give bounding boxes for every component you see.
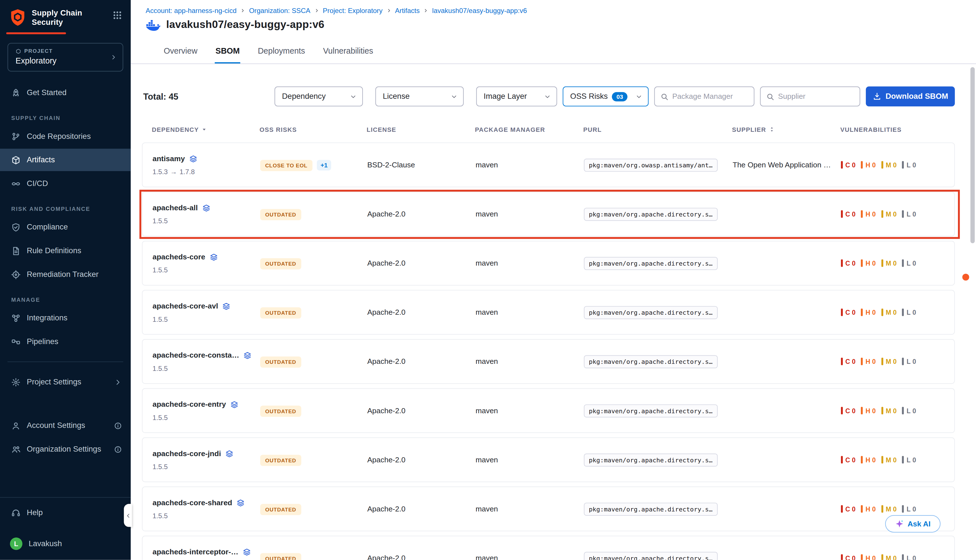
purl-value[interactable]: pkg:maven/org.apache.directory.s…	[584, 404, 717, 417]
download-sbom-button[interactable]: Download SBOM	[866, 87, 955, 107]
table-row-apacheds-core[interactable]: apacheds-core 1.5.5 OUTDATED Apache-2.0 …	[142, 241, 955, 286]
column-header-dependency[interactable]: DEPENDENCY	[152, 126, 260, 133]
table-row-apacheds-all[interactable]: apacheds-all 1.5.5 OUTDATED Apache-2.0 m…	[142, 192, 955, 237]
purl-value[interactable]: pkg:maven/org.apache.directory.s…	[584, 502, 717, 515]
sidebar: Supply Chain Security PROJECT Explorator…	[0, 0, 131, 560]
title-row: lavakush07/easy-buggy-app:v6	[146, 18, 976, 31]
sidebar-item-ci-cd[interactable]: CI/CD	[0, 172, 131, 195]
project-selector-value: Exploratory	[15, 56, 107, 65]
sbom-content: Total: 45 Dependency License Image Layer	[131, 87, 976, 560]
vuln-h-count: H0	[861, 358, 876, 365]
supplier-search-input[interactable]	[778, 92, 854, 101]
headset-icon	[11, 508, 21, 517]
user-menu[interactable]: L Lavakush	[0, 533, 131, 555]
ask-ai-button[interactable]: Ask AI	[885, 515, 941, 533]
oss-risks-cell: OUTDATED	[260, 208, 367, 220]
image-layer-filter-dropdown[interactable]: Image Layer	[476, 87, 557, 107]
version-arrow: →	[170, 168, 177, 175]
app-grid-icon[interactable]	[113, 10, 122, 20]
table-row-apacheds-interceptor[interactable]: apacheds-interceptor-… 1.5.5 OUTDATED Ap…	[142, 536, 955, 560]
vuln-c-count: C0	[841, 554, 856, 560]
vuln-m-count: M0	[881, 456, 897, 463]
sidebar-item-rule-definitions[interactable]: Rule Definitions	[0, 240, 131, 262]
purl-value[interactable]: pkg:maven/org.apache.directory.s…	[584, 207, 717, 220]
license-cell: Apache-2.0	[367, 406, 475, 415]
sidebar-collapse-handle[interactable]	[124, 504, 132, 527]
tab-vulnerabilities[interactable]: Vulnerabilities	[322, 46, 374, 63]
layers-icon	[210, 253, 218, 261]
vuln-l-count: L0	[902, 456, 916, 463]
dependency-filter-dropdown[interactable]: Dependency	[275, 87, 363, 107]
sidebar-item-project-settings[interactable]: Project Settings	[0, 371, 131, 393]
sidebar-item-artifacts[interactable]: Artifacts	[0, 149, 131, 171]
vuln-m-count: M0	[881, 358, 897, 365]
breadcrumb-link[interactable]: lavakush07/easy-buggy-app:v6	[432, 7, 527, 14]
column-header-license[interactable]: LICENSE	[367, 126, 475, 133]
dependency-cell: antisamy 1.5.3→1.7.8	[152, 154, 260, 175]
vulnerabilities-cell: C0H0M0L0	[841, 308, 954, 316]
table-row-apacheds-core-consta[interactable]: apacheds-core-consta… 1.5.5 OUTDATED Apa…	[142, 339, 955, 384]
help-button[interactable]: Help	[0, 502, 131, 524]
purl-value[interactable]: pkg:maven/org.apache.directory.s…	[584, 257, 717, 270]
purl-value[interactable]: pkg:maven/org.apache.directory.s…	[584, 355, 717, 368]
chevron-down-icon	[451, 93, 457, 100]
tab-deployments[interactable]: Deployments	[257, 46, 306, 63]
project-selector[interactable]: PROJECT Exploratory	[7, 43, 123, 72]
sidebar-item-account-settings[interactable]: Account Settings	[0, 414, 131, 437]
brand-accent-bar	[6, 32, 66, 35]
sidebar-item-organization-settings[interactable]: Organization Settings	[0, 438, 131, 460]
package-manager-cell: maven	[475, 554, 584, 560]
breadcrumb-separator-icon	[423, 8, 429, 13]
nav-section-risk-and-compliance: RISK AND COMPLIANCE	[11, 206, 131, 212]
dependency-name: apacheds-core-avl	[152, 302, 218, 310]
package-manager-search-input[interactable]	[672, 92, 749, 101]
purl-value[interactable]: pkg:maven/org.apache.directory.s…	[584, 453, 717, 466]
purl-value[interactable]: pkg:maven/org.owasp.antisamy/ant…	[584, 158, 717, 171]
sidebar-item-get-started[interactable]: Get Started	[0, 82, 131, 104]
purl-cell: pkg:maven/org.apache.directory.s…	[584, 306, 732, 319]
sidebar-item-compliance[interactable]: Compliance	[0, 216, 131, 238]
oss-risk-badge: CLOSE TO EOL	[260, 160, 312, 171]
purl-value[interactable]: pkg:maven/org.apache.directory.s…	[584, 306, 717, 319]
column-header-package-manager[interactable]: PACKAGE MANAGER	[475, 126, 584, 133]
supplier-search[interactable]	[760, 87, 860, 107]
purl-cell: pkg:maven/org.apache.directory.s…	[584, 552, 732, 560]
tab-sbom[interactable]: SBOM	[215, 46, 240, 63]
sidebar-item-code-repositories[interactable]: Code Repositories	[0, 125, 131, 147]
docker-icon	[146, 19, 161, 31]
table-row-apacheds-core-entry[interactable]: apacheds-core-entry 1.5.5 OUTDATED Apach…	[142, 388, 955, 433]
oss-risks-cell: OUTDATED	[260, 257, 367, 269]
sidebar-item-integrations[interactable]: Integrations	[0, 307, 131, 329]
chevron-left-icon	[125, 512, 131, 518]
breadcrumb-link[interactable]: Project: Exploratory	[323, 7, 383, 14]
column-header-oss-risks[interactable]: OSS RISKS	[260, 126, 367, 133]
purl-value[interactable]: pkg:maven/org.apache.directory.s…	[584, 552, 717, 560]
column-header-supplier[interactable]: SUPPLIER	[732, 126, 841, 133]
package-manager-search[interactable]	[654, 87, 754, 107]
vuln-m-count: M0	[881, 210, 897, 218]
oss-risks-filter-dropdown[interactable]: OSS Risks 03	[563, 87, 649, 107]
vuln-m-count: M0	[881, 407, 897, 414]
column-header-vulnerabilities[interactable]: VULNERABILITIES	[841, 126, 955, 133]
breadcrumb-link[interactable]: Account: app-harness-ng-cicd	[146, 7, 237, 14]
layers-icon	[237, 499, 245, 507]
scrollbar-thumb[interactable]	[970, 67, 974, 243]
column-header-purl[interactable]: PURL	[583, 126, 732, 133]
breadcrumb-link[interactable]: Organization: SSCA	[249, 7, 310, 14]
license-filter-dropdown[interactable]: License	[375, 87, 464, 107]
table-row-apacheds-core-jndi[interactable]: apacheds-core-jndi 1.5.5 OUTDATED Apache…	[142, 437, 955, 482]
sidebar-item-remediation-tracker[interactable]: Remediation Tracker	[0, 263, 131, 285]
sidebar-item-pipelines[interactable]: Pipelines	[0, 330, 131, 353]
page-title: lavakush07/easy-buggy-app:v6	[166, 18, 324, 31]
dependency-cell: apacheds-core-shared 1.5.5	[152, 498, 260, 519]
layers-icon	[230, 400, 239, 408]
table-row-apacheds-core-shared[interactable]: apacheds-core-shared 1.5.5 OUTDATED Apac…	[142, 487, 955, 532]
breadcrumb-link[interactable]: Artifacts	[395, 7, 420, 14]
tab-overview[interactable]: Overview	[163, 46, 198, 63]
table-row-apacheds-core-avl[interactable]: apacheds-core-avl 1.5.5 OUTDATED Apache-…	[142, 290, 955, 335]
notification-dot	[963, 274, 969, 280]
table-row-antisamy[interactable]: antisamy 1.5.3→1.7.8 CLOSE TO EOL+1 BSD-…	[142, 143, 955, 187]
oss-risk-badge: OUTDATED	[260, 258, 301, 270]
purl-cell: pkg:maven/org.apache.directory.s…	[584, 257, 732, 270]
vuln-h-count: H0	[861, 554, 876, 560]
